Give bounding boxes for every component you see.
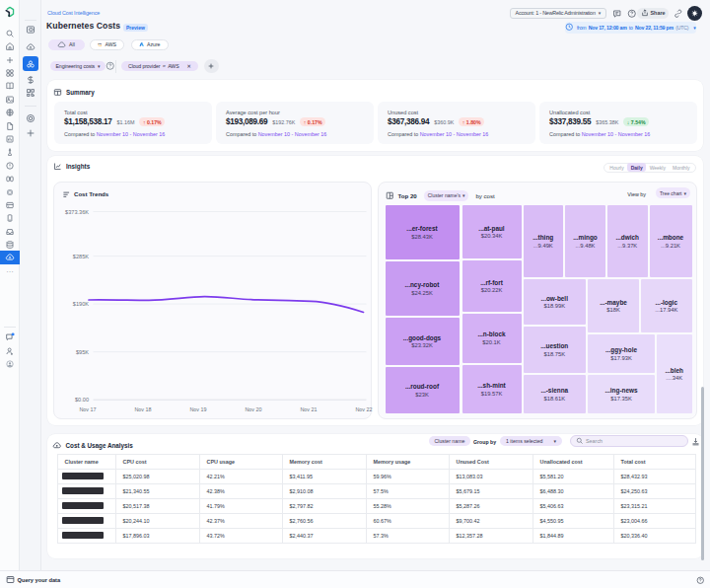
svg-text:$95K: $95K — [75, 348, 88, 354]
svg-text:Nov 21: Nov 21 — [300, 405, 317, 411]
svg-text:Nov 18: Nov 18 — [134, 405, 151, 411]
svg-text:$0.00: $0.00 — [75, 397, 89, 403]
svg-text:$373.36K: $373.36K — [65, 208, 89, 214]
svg-text:aws: aws — [98, 43, 103, 45]
svg-text:Nov 19: Nov 19 — [189, 405, 206, 411]
svg-text:Nov 17: Nov 17 — [79, 405, 96, 411]
svg-text:Nov 22: Nov 22 — [355, 405, 372, 411]
svg-text:Nov 20: Nov 20 — [245, 405, 261, 411]
svg-text:$190K: $190K — [72, 301, 88, 307]
svg-text:$285K: $285K — [72, 253, 88, 258]
